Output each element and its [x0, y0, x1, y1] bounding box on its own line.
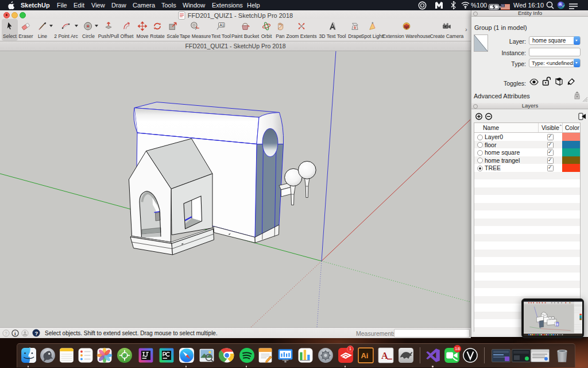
svg-text:i: i	[14, 331, 16, 336]
svg-text:A1: A1	[219, 23, 224, 27]
svg-text:?: ?	[5, 330, 7, 336]
svg-text:A: A	[381, 351, 388, 361]
svg-text:?: ?	[35, 330, 38, 336]
svg-text:Ai: Ai	[361, 351, 368, 360]
